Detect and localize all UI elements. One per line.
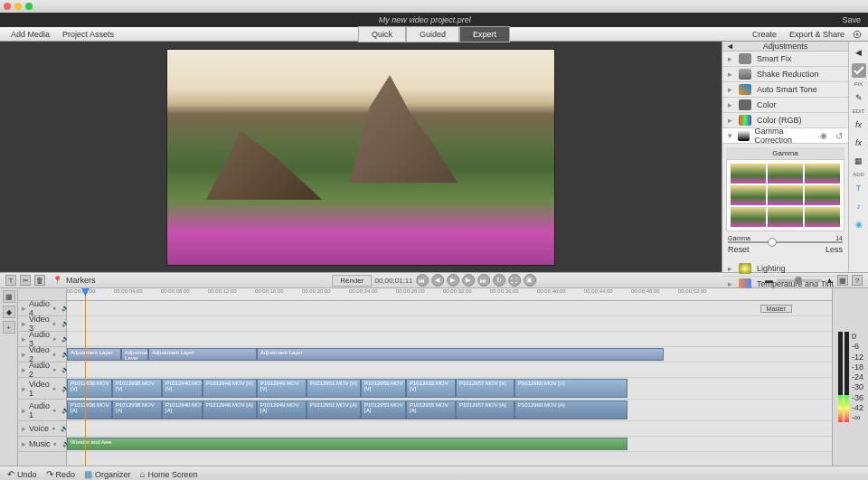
chevron-icon[interactable]: ▸ bbox=[22, 365, 26, 374]
tool-text-icon[interactable]: T bbox=[5, 275, 16, 286]
zoom-icon[interactable] bbox=[25, 3, 33, 10]
organizer-button[interactable]: ▦Organizer bbox=[84, 469, 131, 479]
step-back-icon[interactable]: ◀ bbox=[431, 274, 444, 287]
zoom-slider[interactable] bbox=[777, 279, 822, 282]
audio-clip[interactable]: P1012957.MOV [A] bbox=[456, 400, 514, 419]
track-video3[interactable] bbox=[67, 316, 832, 332]
adjustment-clip[interactable]: Adjustment Layer bbox=[257, 348, 664, 361]
play-icon[interactable]: ▶ bbox=[447, 274, 459, 287]
export-share-button[interactable]: Export & Share bbox=[784, 28, 850, 41]
track-header-video1[interactable]: ▸Video 1●🔊 bbox=[18, 378, 66, 400]
video-clip[interactable]: P1012955.MOV [V] bbox=[406, 379, 456, 398]
home-screen-button[interactable]: ⌂Home Screen bbox=[140, 469, 198, 479]
zoom-out-icon[interactable]: ▬ bbox=[765, 276, 773, 285]
chevron-icon[interactable]: ▸ bbox=[22, 406, 26, 415]
music-tool-icon[interactable]: ♪ bbox=[852, 199, 866, 213]
track-header-voice[interactable]: ▸Voice●🔊 bbox=[18, 421, 66, 437]
track-header-audio2[interactable]: ▸Audio 2●🔊 bbox=[18, 362, 66, 378]
gamma-preset[interactable] bbox=[731, 164, 766, 184]
adjustment-clip[interactable]: Adjustment Layer bbox=[148, 348, 257, 361]
arrow-left-icon[interactable]: ◀ bbox=[852, 45, 866, 60]
audio-clip[interactable]: P1012938.MOV [A] bbox=[112, 400, 162, 419]
track-header-audio1[interactable]: ▸Audio 1●🔊 bbox=[18, 400, 66, 421]
gamma-preset[interactable] bbox=[805, 164, 840, 184]
back-arrow-icon[interactable]: ◄ bbox=[726, 42, 734, 51]
timecode-display[interactable]: 00;00;01;11 bbox=[374, 277, 412, 285]
add-track-icon[interactable]: + bbox=[3, 321, 15, 334]
gamma-slider[interactable] bbox=[728, 241, 843, 243]
track-music[interactable]: Wonder and Awe bbox=[67, 437, 832, 452]
tab-quick[interactable]: Quick bbox=[358, 26, 406, 42]
chevron-icon[interactable]: ▸ bbox=[22, 350, 26, 359]
video-clip[interactable]: P1012938.MOV [V] bbox=[112, 379, 162, 398]
audio-clip[interactable]: P1012949.MOV [A] bbox=[257, 400, 307, 419]
track-video2[interactable]: Adjustment LayerAdjustment LayerAdjustme… bbox=[67, 347, 832, 362]
reset-icon[interactable]: ↺ bbox=[835, 131, 843, 141]
create-menu[interactable]: Create bbox=[747, 28, 782, 41]
project-assets-menu[interactable]: Project Assets bbox=[57, 28, 119, 41]
help-icon[interactable]: ? bbox=[852, 275, 863, 286]
track-voice[interactable] bbox=[67, 421, 832, 437]
gamma-preset[interactable] bbox=[731, 207, 766, 227]
audio-clip[interactable]: P1012955.MOV [A] bbox=[406, 400, 456, 419]
video-clip[interactable]: P1012936.MOV [V] bbox=[67, 379, 112, 398]
master-badge[interactable]: Master bbox=[760, 305, 792, 313]
eye-icon[interactable]: ● bbox=[52, 366, 60, 373]
eye-icon[interactable]: ● bbox=[52, 385, 60, 392]
chevron-icon[interactable]: ▸ bbox=[22, 319, 26, 328]
gamma-preset[interactable] bbox=[805, 207, 840, 227]
audio-clip[interactable]: P1012946.MOV [A] bbox=[203, 400, 257, 419]
video-clip[interactable]: P1012940.MOV [V] bbox=[162, 379, 203, 398]
safe-margins-icon[interactable]: ▣ bbox=[524, 274, 536, 287]
chevron-icon[interactable]: ▸ bbox=[22, 424, 26, 433]
step-fwd-icon[interactable]: ▶ bbox=[462, 274, 475, 287]
chevron-icon[interactable]: ▸ bbox=[22, 439, 26, 448]
track-header-music[interactable]: ▸Music●🔊 bbox=[18, 437, 66, 452]
adjustment-smart-fix[interactable]: ▸Smart Fix bbox=[722, 52, 848, 67]
redo-button[interactable]: ↷Redo bbox=[46, 469, 76, 479]
video-clip[interactable]: P1012951.MOV [V] bbox=[307, 379, 361, 398]
eye-icon[interactable]: ● bbox=[52, 335, 60, 343]
fx-tool-icon[interactable]: fx bbox=[852, 118, 866, 132]
track-video1[interactable]: P1012936.MOV [V]P1012938.MOV [V]P1012940… bbox=[67, 378, 832, 400]
audio-clip[interactable]: P1012940.MOV [A] bbox=[162, 400, 203, 419]
chevron-icon[interactable]: ▸ bbox=[22, 384, 26, 393]
gamma-preset[interactable] bbox=[731, 185, 766, 205]
gamma-reset-button[interactable]: Reset bbox=[728, 245, 750, 254]
snap-icon[interactable]: ▦ bbox=[837, 275, 848, 286]
chevron-icon[interactable]: ▸ bbox=[22, 334, 26, 344]
time-ruler[interactable]: 00;00;00;0000;00;04;0000;00;08;0000;00;1… bbox=[67, 288, 832, 301]
track-audio3[interactable] bbox=[67, 332, 832, 347]
audio-clip[interactable]: P1012960.MOV [A] bbox=[514, 400, 627, 419]
playhead[interactable] bbox=[85, 288, 86, 466]
tab-expert[interactable]: Expert bbox=[459, 26, 510, 42]
fullscreen-icon[interactable]: ⛶ bbox=[508, 274, 521, 287]
eye-icon[interactable]: ● bbox=[52, 407, 60, 414]
adjustment-auto-smart-tone[interactable]: ▸Auto Smart Tone bbox=[722, 82, 848, 98]
adjustment-gamma-correction[interactable]: ▾Gamma Correction◉↺ bbox=[722, 128, 848, 144]
video-clip[interactable]: P1012946.MOV [V] bbox=[203, 379, 257, 398]
text-tool-icon[interactable]: T bbox=[852, 181, 866, 195]
track-audio4[interactable] bbox=[67, 301, 832, 316]
preview-frame[interactable] bbox=[166, 49, 555, 266]
chevron-icon[interactable]: ▸ bbox=[22, 304, 26, 313]
add-media-menu[interactable]: Add Media bbox=[5, 28, 55, 41]
video-clip[interactable]: P1012953.MOV [V] bbox=[361, 379, 406, 398]
minimize-icon[interactable] bbox=[14, 3, 22, 10]
gamma-preset[interactable] bbox=[768, 185, 803, 205]
gamma-preset[interactable] bbox=[768, 207, 803, 227]
eye-icon[interactable]: ● bbox=[52, 351, 60, 358]
adjustment-color[interactable]: ▸Color bbox=[722, 98, 848, 113]
rewind-icon[interactable]: ⏮ bbox=[416, 274, 429, 287]
audio-clip[interactable]: P1012951.MOV [A] bbox=[307, 400, 361, 419]
tracks-area[interactable]: 00;00;00;0000;00;04;0000;00;08;0000;00;1… bbox=[67, 288, 832, 466]
loop-icon[interactable]: ↻ bbox=[493, 274, 505, 287]
audio-clip[interactable]: P1012953.MOV [A] bbox=[361, 400, 406, 419]
undo-button[interactable]: ↶Undo bbox=[7, 469, 37, 479]
video-clip[interactable]: P1012957.MOV [V] bbox=[456, 379, 514, 398]
eye-icon[interactable]: ● bbox=[53, 440, 61, 447]
select-tool-icon[interactable]: ▦ bbox=[3, 290, 15, 303]
adjustment-clip[interactable]: Adjustment Layer bbox=[121, 348, 148, 361]
zoom-in-icon[interactable]: ▲ bbox=[826, 276, 834, 285]
fx2-tool-icon[interactable]: fx bbox=[852, 136, 866, 150]
